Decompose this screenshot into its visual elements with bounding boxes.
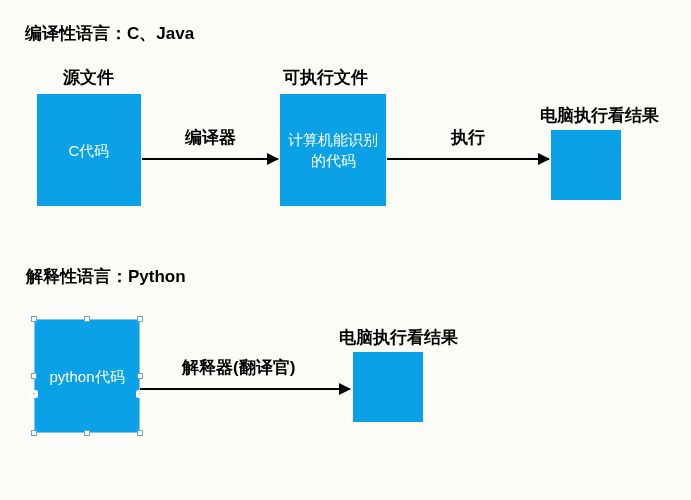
execute-label: 执行 [451, 126, 485, 149]
source-file-label: 源文件 [63, 66, 114, 89]
executable-text: 计算机能识别的代码 [285, 129, 381, 171]
interpreter-label: 解释器(翻译官) [182, 356, 295, 379]
side-mark-right: · [136, 390, 144, 398]
executable-box: 计算机能识别的代码 [280, 94, 386, 206]
compiler-label: 编译器 [185, 126, 236, 149]
sel-handle-s[interactable] [84, 430, 90, 436]
interpreter-arrow [140, 388, 350, 390]
sel-handle-ne[interactable] [137, 316, 143, 322]
result-label-2: 电脑执行看结果 [339, 326, 458, 349]
source-file-text: C代码 [69, 140, 110, 161]
sel-handle-sw[interactable] [31, 430, 37, 436]
side-mark-left: · [30, 390, 38, 398]
result-box-2 [353, 352, 423, 422]
result-box-1 [551, 130, 621, 200]
python-text: python代码 [49, 366, 124, 387]
compiler-arrow [142, 158, 278, 160]
sel-handle-e[interactable] [137, 373, 143, 379]
compiled-title: 编译性语言：C、Java [25, 22, 194, 45]
execute-arrow [387, 158, 549, 160]
source-file-box: C代码 [37, 94, 141, 206]
python-box[interactable]: python代码 · · [35, 320, 139, 432]
result-label-1: 电脑执行看结果 [540, 104, 659, 127]
sel-handle-nw[interactable] [31, 316, 37, 322]
sel-handle-n[interactable] [84, 316, 90, 322]
sel-handle-se[interactable] [137, 430, 143, 436]
sel-handle-w[interactable] [31, 373, 37, 379]
interpreted-title: 解释性语言：Python [26, 265, 186, 288]
executable-label: 可执行文件 [283, 66, 368, 89]
